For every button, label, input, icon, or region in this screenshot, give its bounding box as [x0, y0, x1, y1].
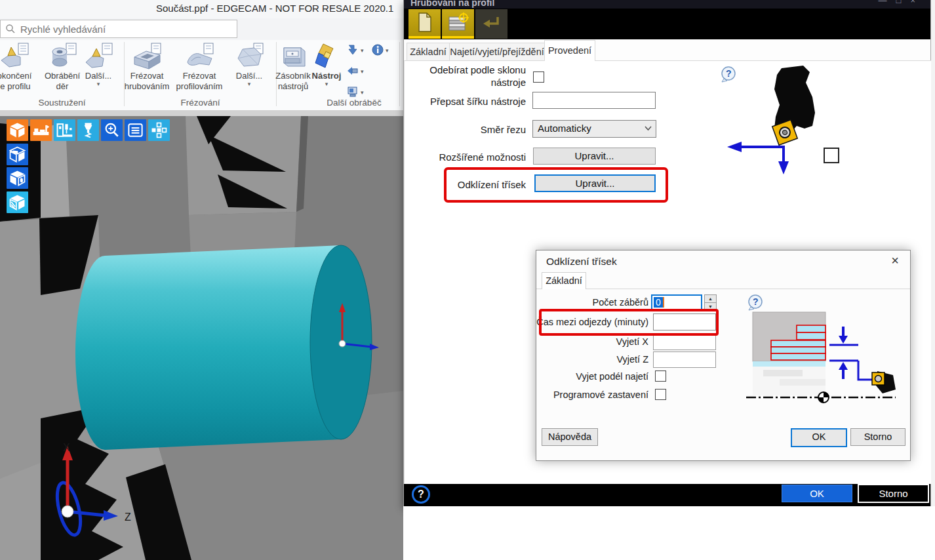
dropdown-arrow-icon: ▾	[309, 81, 344, 87]
ribbon-button-tool[interactable]: Nástroj ▾	[309, 41, 344, 96]
dialog-storno-button[interactable]: Storno	[858, 484, 929, 503]
retract-along-checkbox[interactable]	[655, 370, 666, 382]
advanced-options-label: Rozšířené možnosti	[405, 151, 526, 163]
slope-label: Odebírat podle sklonu	[405, 64, 526, 75]
viewport-3d-scene: X Z	[0, 110, 403, 560]
stock-cube-icon	[9, 121, 26, 139]
viewport-icon-layout[interactable]	[148, 119, 170, 141]
view-cube-hole-icon	[9, 169, 26, 187]
ribbon-divider	[399, 42, 400, 106]
tool-icon	[312, 43, 342, 70]
retract-along-label: Vyjet podél najetí	[536, 371, 648, 382]
machine-icon	[56, 121, 73, 139]
program-stop-label: Programové zastavení	[536, 390, 648, 400]
ribbon-group-other-machining: Další obráběč	[288, 98, 420, 109]
ribbon-button-label: Další...	[80, 71, 117, 81]
viewport-icon-zoom[interactable]	[101, 119, 123, 141]
dialog-odklizeni-trisek: Odklízení třísek × Základní Počet záběrů…	[536, 250, 911, 461]
tab-najeti-vyjeti[interactable]: Najetí/vyjetí/přejíždění	[449, 43, 545, 60]
help-icon: ?	[753, 296, 759, 307]
viewport-icon-view-iso[interactable]	[7, 144, 28, 165]
ribbon-button-label: profilováním	[172, 81, 227, 92]
viewport-icon-view-turn[interactable]	[7, 167, 28, 189]
search-input[interactable]	[19, 22, 231, 36]
ribbon-button-mill-rough[interactable]: Frézovat hrubováním	[121, 41, 173, 96]
chip-storno-button[interactable]: Storno	[850, 428, 905, 446]
retract-z-input[interactable]	[653, 351, 716, 368]
advanced-edit-button[interactable]: Upravit...	[533, 148, 656, 165]
viewport-icon-lathe-setup[interactable]	[30, 119, 52, 141]
tool-width-input[interactable]	[532, 92, 656, 109]
restore-icon[interactable]: □	[896, 0, 911, 5]
edgecam-screen: Součást.ppf - EDGECAM - NOT FOR RESALE 2…	[0, 0, 935, 560]
lathe-icon	[32, 121, 50, 139]
info-icon	[371, 43, 384, 56]
ribbon-button-turning-more[interactable]: Další... ▾	[80, 41, 117, 96]
retract-x-label: Vyjetí X	[536, 336, 648, 347]
window-title: Součást.ppf - EDGECAM - NOT FOR RESALE 2…	[156, 3, 403, 16]
view-cube-hatched-icon	[9, 193, 26, 211]
retract-arrow-icon	[346, 64, 359, 77]
dialog-window-controls[interactable]: —□×	[879, 0, 925, 5]
turn-more-icon	[84, 43, 113, 70]
cut-direction-value: Automaticky	[538, 123, 591, 134]
ribbon-button-label: Frézovat	[172, 71, 227, 81]
chip-clearance-edit-button[interactable]: Upravit...	[534, 174, 656, 192]
chip-tab-zakladni[interactable]: Základní	[542, 272, 586, 289]
dropdown-arrow-icon: ▾	[361, 48, 364, 54]
ribbon-button-mill-profile[interactable]: Frézovat profilováním	[172, 41, 227, 96]
viewport-icon-view-shaded[interactable]	[7, 191, 28, 213]
ribbon-group-milling: Frézování	[125, 98, 276, 109]
chip-clearance-label: Odklízení třísek	[405, 179, 526, 190]
ribbon-button-finish-profile[interactable]: okončení le profilu	[0, 41, 41, 96]
close-icon[interactable]: ×	[888, 253, 902, 268]
chevron-down-icon	[645, 126, 652, 131]
toolbar-cycle-button[interactable]	[442, 9, 474, 39]
viewport[interactable]: X Z	[0, 110, 403, 560]
passes-spinner-input[interactable]: 0	[651, 294, 702, 310]
ribbon-small-info-button[interactable]: ▾	[371, 43, 393, 60]
program-stop-checkbox[interactable]	[655, 389, 666, 400]
time-between-label: Čas mezi odjezdy (minuty)	[536, 317, 648, 327]
slope-checkbox[interactable]	[533, 71, 544, 83]
cut-direction-select[interactable]: Automaticky	[532, 120, 656, 138]
tool-display-icon	[79, 121, 97, 139]
search-box[interactable]	[0, 20, 237, 38]
cycle-stock-icon	[447, 12, 469, 33]
viewport-icon-list[interactable]	[125, 119, 146, 141]
dialog-titlebar[interactable]: Hrubování na profil —□×	[404, 0, 931, 9]
tab-zakladni[interactable]: Základní	[407, 43, 450, 60]
close-icon[interactable]: ×	[910, 0, 925, 5]
ribbon-small-retract-button[interactable]: ▾	[346, 64, 368, 81]
minimize-icon[interactable]: —	[879, 0, 896, 5]
ribbon-button-label: okončení	[0, 71, 41, 81]
ribbon-small-depth-button[interactable]: ▾	[346, 43, 368, 60]
axis-z-label: Z	[125, 511, 131, 523]
return-arrow-icon	[482, 12, 502, 33]
time-between-input[interactable]	[653, 313, 716, 330]
chip-help-button[interactable]: Nápověda	[542, 428, 598, 446]
list-icon	[127, 121, 144, 139]
viewport-icon-tool-display[interactable]	[77, 119, 99, 141]
bore-icon	[48, 43, 77, 70]
toolbar-general-button[interactable]	[408, 9, 441, 39]
dropdown-arrow-icon: ▾	[80, 81, 117, 87]
viewport-icon-machine[interactable]	[54, 119, 75, 141]
spinner-down-button[interactable]: ▼	[704, 302, 717, 311]
view-cube-icon	[9, 146, 26, 163]
screen-right-strip	[930, 0, 935, 506]
dropdown-arrow-icon: ▾	[361, 69, 364, 75]
dialog-ok-button[interactable]: OK	[782, 485, 852, 502]
retract-x-input[interactable]	[653, 334, 716, 350]
viewport-icon-stock[interactable]	[7, 119, 28, 141]
chip-ok-button[interactable]: OK	[791, 428, 847, 447]
tab-provedeni[interactable]: Provedení	[544, 40, 595, 61]
zoom-icon	[103, 121, 121, 139]
dropdown-arrow-icon: ▾	[231, 81, 268, 87]
footer-help-icon[interactable]: ?	[412, 485, 430, 504]
cut-direction-label: Směr řezu	[405, 124, 526, 135]
area-below-dialog	[403, 506, 935, 560]
dialog-tab-strip: Základní Najetí/vyjetí/přejíždění Proved…	[404, 39, 931, 60]
ribbon-button-milling-more[interactable]: Další... ▾	[231, 41, 268, 96]
toolbar-back-button[interactable]	[475, 9, 507, 39]
